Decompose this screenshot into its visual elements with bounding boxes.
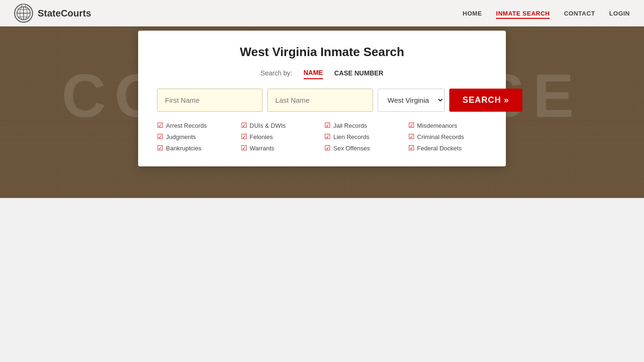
check-lien-records: ☑ Lien Records	[324, 132, 404, 141]
check-icon: ☑	[324, 121, 330, 130]
search-card: West Virginia Inmate Search Search by: N…	[138, 31, 506, 166]
check-label: Lien Records	[333, 133, 370, 140]
check-icon: ☑	[408, 132, 414, 141]
top-navigation: StateCourts HOME INMATE SEARCH CONTACT L…	[0, 0, 644, 26]
svg-rect-8	[22, 4, 25, 7]
check-jail-records: ☑ Jail Records	[324, 121, 404, 130]
check-icon: ☑	[408, 144, 414, 152]
check-label: Sex Offenses	[333, 145, 370, 152]
check-label: Warrants	[250, 145, 274, 152]
nav-item-contact[interactable]: CONTACT	[564, 9, 595, 17]
check-icon: ☑	[157, 144, 163, 152]
check-warrants: ☑ Warrants	[241, 144, 320, 152]
check-icon: ☑	[241, 132, 247, 141]
search-inputs: West Virginia Alabama Alaska Arizona Cal…	[157, 89, 487, 112]
nav-item-home[interactable]: HOME	[462, 9, 482, 17]
check-label: Misdemeanors	[417, 122, 457, 129]
tab-case-number[interactable]: CASE NUMBER	[334, 67, 383, 79]
last-name-input[interactable]	[267, 89, 373, 112]
check-criminal-records: ☑ Criminal Records	[408, 132, 487, 141]
check-felonies: ☑ Felonies	[241, 132, 320, 141]
check-label: Jail Records	[333, 122, 367, 129]
check-icon: ☑	[324, 144, 330, 152]
search-tabs: Search by: NAME CASE NUMBER	[157, 67, 487, 79]
check-federal-dockets: ☑ Federal Dockets	[408, 144, 487, 152]
check-misdemeanors: ☑ Misdemeanors	[408, 121, 487, 130]
check-sex-offenses: ☑ Sex Offenses	[324, 144, 404, 152]
nav-item-inmate-search[interactable]: INMATE SEARCH	[496, 9, 550, 17]
check-icon: ☑	[157, 132, 163, 141]
check-label: Federal Dockets	[417, 145, 462, 152]
search-button[interactable]: SEARCH »	[449, 89, 522, 112]
first-name-input[interactable]	[157, 89, 263, 112]
check-icon: ☑	[324, 132, 330, 141]
check-label: Felonies	[250, 133, 273, 140]
check-icon: ☑	[408, 121, 414, 130]
nav-item-login[interactable]: LOGIN	[609, 9, 630, 17]
check-bankruptcies: ☑ Bankruptcies	[157, 144, 236, 152]
check-label: DUIs & DWIs	[250, 122, 286, 129]
check-label: Bankruptcies	[166, 145, 201, 152]
checkboxes-grid: ☑ Arrest Records ☑ DUIs & DWIs ☑ Jail Re…	[157, 121, 487, 152]
check-duis: ☑ DUIs & DWIs	[241, 121, 320, 130]
check-label: Criminal Records	[417, 133, 464, 140]
tab-name[interactable]: NAME	[304, 67, 323, 79]
check-label: Arrest Records	[166, 122, 207, 129]
nav-links: HOME INMATE SEARCH CONTACT LOGIN	[462, 9, 630, 17]
check-icon: ☑	[157, 121, 163, 130]
search-by-label: Search by:	[261, 69, 292, 77]
check-judgments: ☑ Judgments	[157, 132, 236, 141]
check-arrest-records: ☑ Arrest Records	[157, 121, 236, 130]
search-title: West Virginia Inmate Search	[157, 45, 487, 59]
check-icon: ☑	[241, 144, 247, 152]
check-label: Judgments	[166, 133, 196, 140]
logo-icon	[14, 4, 33, 23]
logo[interactable]: StateCourts	[14, 4, 91, 23]
check-icon: ☑	[241, 121, 247, 130]
logo-text: StateCourts	[38, 8, 91, 19]
state-select[interactable]: West Virginia Alabama Alaska Arizona Cal…	[378, 89, 445, 112]
hero-section: COURTHOUSE StateCourts HOME INMATE SEARC…	[0, 0, 644, 198]
